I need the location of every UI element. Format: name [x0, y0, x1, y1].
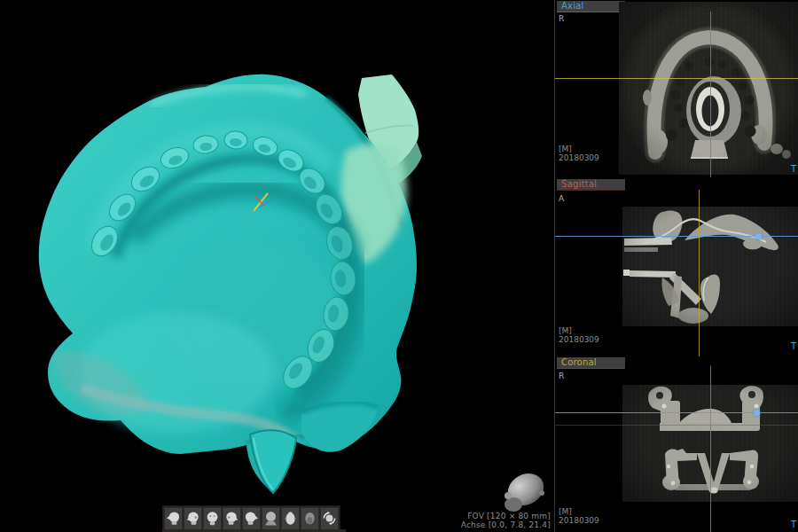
- fov-label: FOV [120 × 80 mm]: [461, 512, 551, 520]
- head-right-icon: [243, 509, 260, 528]
- axial-meta-label: [M]: [559, 145, 599, 153]
- fov-info: FOV [120 × 80 mm] Achse [0.0, 7.8, 21.4]: [461, 512, 551, 529]
- head-rotate-icon: [321, 509, 338, 528]
- coronal-horizontal-crosshair[interactable]: [555, 412, 798, 413]
- coronal-meta-label: [M]: [559, 507, 599, 516]
- axial-horizontal-crosshair[interactable]: [555, 78, 798, 79]
- sagittal-meta-date: 20180309: [559, 335, 599, 344]
- axis-label: Achse [0.0, 7.8, 21.4]: [461, 520, 551, 529]
- axial-slice-graphic: [619, 2, 798, 175]
- view-right-button[interactable]: [242, 507, 261, 530]
- sagittal-slice-graphic: [622, 207, 798, 326]
- sagittal-corner-label: T: [791, 341, 796, 351]
- view-right-oblique-button[interactable]: [223, 507, 241, 530]
- head-right-oblique-icon: [223, 509, 240, 528]
- sagittal-title: Sagittal: [561, 179, 597, 189]
- coronal-orientation-label: R: [559, 372, 564, 380]
- axial-corner-label: T: [791, 164, 796, 174]
- head-top-icon: [282, 509, 299, 528]
- coronal-meta: [M] 20180309: [559, 507, 599, 525]
- head-bottom-icon: [301, 509, 318, 528]
- head-back-icon: [262, 509, 279, 528]
- head-left-oblique-icon: [184, 509, 201, 528]
- panel-sagittal: Sagittal A: [555, 179, 798, 356]
- maxilla-3d-model: [0, 0, 554, 532]
- view-orientation-toolbar: [162, 505, 340, 532]
- coronal-vertical-crosshair[interactable]: [710, 366, 711, 532]
- coronal-meta-date: 20180309: [559, 516, 599, 525]
- panel-axial: Axial R: [555, 0, 798, 177]
- coronal-title: Coronal: [561, 357, 597, 367]
- sagittal-crosshair-handle[interactable]: [755, 233, 762, 239]
- sagittal-view-tab[interactable]: Sagittal: [557, 179, 625, 190]
- sagittal-vertical-crosshair[interactable]: [699, 190, 700, 356]
- sagittal-meta: [M] 20180309: [559, 326, 599, 344]
- axial-title: Axial: [561, 1, 583, 11]
- head-left-icon: [165, 509, 182, 528]
- axial-meta-date: 20180309: [559, 153, 599, 162]
- axial-orientation-label: R: [559, 14, 564, 23]
- view-left-oblique-button[interactable]: [184, 507, 202, 530]
- view-bottom-button[interactable]: [301, 507, 319, 530]
- app-window: FOV [120 × 80 mm] Achse [0.0, 7.8, 21.4]: [0, 0, 798, 532]
- coronal-crosshair-handle[interactable]: [754, 410, 760, 416]
- view-front-button[interactable]: [203, 507, 222, 530]
- coronal-secondary-line: [555, 425, 798, 426]
- panel-coronal: Coronal R: [555, 356, 798, 532]
- coronal-corner-label: T: [791, 520, 796, 529]
- view-left-button[interactable]: [164, 507, 183, 530]
- axial-vertical-crosshair[interactable]: [710, 12, 711, 177]
- coronal-view-tab[interactable]: Coronal: [557, 357, 625, 368]
- head-front-icon: [204, 509, 221, 528]
- view-rotate-button[interactable]: [320, 507, 339, 530]
- 3d-viewport[interactable]: FOV [120 × 80 mm] Achse [0.0, 7.8, 21.4]: [0, 0, 554, 532]
- view-back-button[interactable]: [262, 507, 280, 530]
- axial-view-tab[interactable]: Axial: [557, 1, 625, 12]
- axial-meta: [M] 20180309: [559, 145, 599, 162]
- sagittal-slice-image[interactable]: [622, 207, 798, 326]
- sagittal-meta-label: [M]: [559, 326, 599, 335]
- view-top-button[interactable]: [281, 507, 300, 530]
- axial-slice-image[interactable]: [619, 2, 798, 175]
- sagittal-orientation-label: A: [559, 194, 564, 203]
